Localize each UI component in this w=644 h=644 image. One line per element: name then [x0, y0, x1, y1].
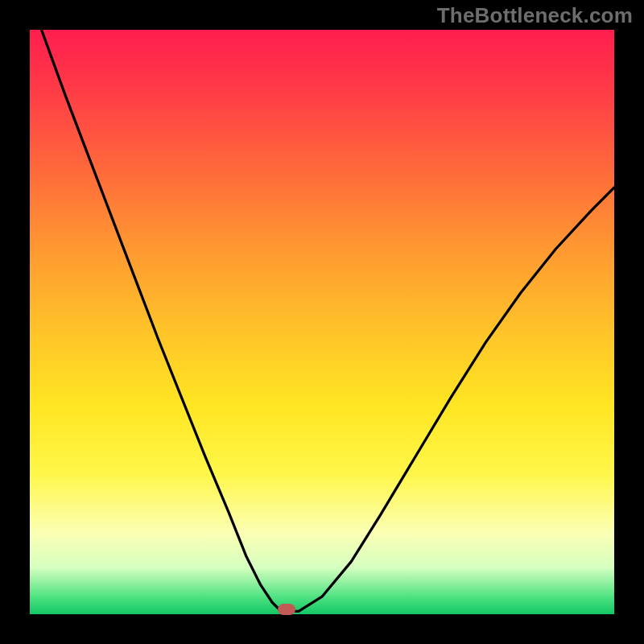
- plot-area: [30, 30, 614, 614]
- bottleneck-curve: [42, 30, 614, 611]
- chart-frame: TheBottleneck.com: [0, 0, 644, 644]
- optimal-point-marker: [278, 604, 295, 615]
- curve-svg: [30, 30, 614, 614]
- watermark-text: TheBottleneck.com: [437, 3, 633, 28]
